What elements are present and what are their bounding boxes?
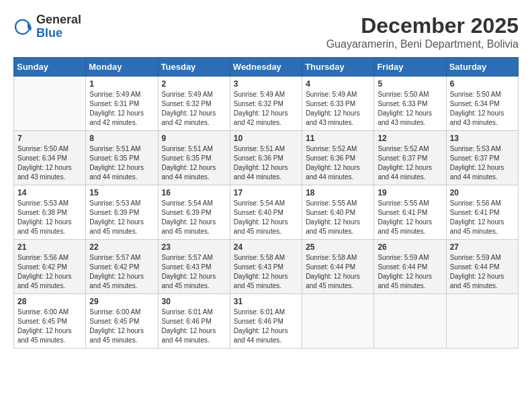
cell-info: Sunrise: 5:52 AMSunset: 6:37 PMDaylight:… [378,144,442,182]
cell-info: Sunrise: 5:49 AMSunset: 6:32 PMDaylight:… [234,90,298,128]
day-number: 10 [234,134,298,143]
cell-info: Sunrise: 5:57 AMSunset: 6:43 PMDaylight:… [162,253,226,291]
day-number: 13 [450,134,515,143]
calendar-cell: 29Sunrise: 6:00 AMSunset: 6:45 PMDayligh… [86,294,158,349]
calendar-cell: 30Sunrise: 6:01 AMSunset: 6:46 PMDayligh… [158,294,230,349]
calendar-body: 1Sunrise: 5:49 AMSunset: 6:31 PMDaylight… [14,77,519,349]
calendar-cell: 11Sunrise: 5:52 AMSunset: 6:36 PMDayligh… [302,131,374,185]
day-number: 20 [450,188,515,197]
calendar-header-row: SundayMondayTuesdayWednesdayThursdayFrid… [14,58,519,77]
day-number: 23 [162,242,226,252]
day-number: 25 [306,242,370,252]
calendar-cell: 10Sunrise: 5:51 AMSunset: 6:36 PMDayligh… [230,131,302,185]
cell-info: Sunrise: 5:56 AMSunset: 6:41 PMDaylight:… [450,199,515,236]
calendar-cell: 7Sunrise: 5:50 AMSunset: 6:34 PMDaylight… [14,131,86,185]
cell-info: Sunrise: 5:53 AMSunset: 6:37 PMDaylight:… [450,144,515,182]
day-number: 29 [89,297,154,306]
col-header-friday: Friday [374,58,446,77]
logo-general-text: General [36,13,81,27]
calendar-cell: 18Sunrise: 5:55 AMSunset: 6:40 PMDayligh… [302,185,374,240]
col-header-sunday: Sunday [14,58,86,77]
cell-info: Sunrise: 5:49 AMSunset: 6:33 PMDaylight:… [306,90,370,128]
cell-info: Sunrise: 5:53 AMSunset: 6:39 PMDaylight:… [89,199,154,236]
calendar-cell [14,77,86,131]
cell-info: Sunrise: 5:55 AMSunset: 6:40 PMDaylight:… [306,199,370,236]
cell-info: Sunrise: 5:54 AMSunset: 6:39 PMDaylight:… [162,199,226,236]
cell-info: Sunrise: 6:01 AMSunset: 6:46 PMDaylight:… [234,308,298,345]
calendar-week-row: 7Sunrise: 5:50 AMSunset: 6:34 PMDaylight… [14,131,519,185]
calendar-week-row: 28Sunrise: 6:00 AMSunset: 6:45 PMDayligh… [14,294,519,349]
cell-info: Sunrise: 5:51 AMSunset: 6:35 PMDaylight:… [162,144,226,182]
calendar-cell: 16Sunrise: 5:54 AMSunset: 6:39 PMDayligh… [158,185,230,240]
calendar-cell: 5Sunrise: 5:50 AMSunset: 6:33 PMDaylight… [374,77,446,131]
day-number: 26 [378,242,442,252]
cell-info: Sunrise: 5:53 AMSunset: 6:38 PMDaylight:… [17,199,82,236]
calendar-table: SundayMondayTuesdayWednesdayThursdayFrid… [13,57,519,349]
calendar-cell: 12Sunrise: 5:52 AMSunset: 6:37 PMDayligh… [374,131,446,185]
cell-info: Sunrise: 5:49 AMSunset: 6:32 PMDaylight:… [162,90,226,128]
col-header-thursday: Thursday [302,58,374,77]
col-header-saturday: Saturday [446,58,518,77]
calendar-cell: 17Sunrise: 5:54 AMSunset: 6:40 PMDayligh… [230,185,302,240]
calendar-cell: 19Sunrise: 5:55 AMSunset: 6:41 PMDayligh… [374,185,446,240]
cell-info: Sunrise: 5:59 AMSunset: 6:44 PMDaylight:… [450,253,515,291]
cell-info: Sunrise: 6:00 AMSunset: 6:45 PMDaylight:… [89,308,154,345]
logo: General Blue [13,13,81,40]
day-number: 6 [450,79,515,89]
svg-point-0 [15,19,30,34]
day-number: 7 [17,134,82,143]
calendar-cell: 22Sunrise: 5:57 AMSunset: 6:42 PMDayligh… [86,240,158,294]
calendar-cell: 23Sunrise: 5:57 AMSunset: 6:43 PMDayligh… [158,240,230,294]
calendar-cell: 6Sunrise: 5:50 AMSunset: 6:34 PMDaylight… [446,77,518,131]
cell-info: Sunrise: 5:50 AMSunset: 6:33 PMDaylight:… [378,90,442,128]
day-number: 8 [89,134,154,143]
cell-info: Sunrise: 6:00 AMSunset: 6:45 PMDaylight:… [17,308,82,345]
day-number: 15 [89,188,154,197]
header: General Blue December 2025 Guayaramerin,… [13,13,519,50]
cell-info: Sunrise: 5:50 AMSunset: 6:34 PMDaylight:… [450,90,515,128]
calendar-cell: 20Sunrise: 5:56 AMSunset: 6:41 PMDayligh… [446,185,518,240]
calendar-week-row: 1Sunrise: 5:49 AMSunset: 6:31 PMDaylight… [14,77,519,131]
calendar-cell [374,294,446,349]
calendar-week-row: 14Sunrise: 5:53 AMSunset: 6:38 PMDayligh… [14,185,519,240]
cell-info: Sunrise: 5:54 AMSunset: 6:40 PMDaylight:… [234,199,298,236]
calendar-cell: 2Sunrise: 5:49 AMSunset: 6:32 PMDaylight… [158,77,230,131]
calendar-cell: 24Sunrise: 5:58 AMSunset: 6:43 PMDayligh… [230,240,302,294]
col-header-monday: Monday [86,58,158,77]
calendar-cell: 28Sunrise: 6:00 AMSunset: 6:45 PMDayligh… [14,294,86,349]
day-number: 14 [17,188,82,197]
cell-info: Sunrise: 5:59 AMSunset: 6:44 PMDaylight:… [378,253,442,291]
cell-info: Sunrise: 5:58 AMSunset: 6:44 PMDaylight:… [306,253,370,291]
day-number: 2 [162,79,226,89]
day-number: 21 [17,242,82,252]
day-number: 19 [378,188,442,197]
calendar-cell: 27Sunrise: 5:59 AMSunset: 6:44 PMDayligh… [446,240,518,294]
cell-info: Sunrise: 5:51 AMSunset: 6:36 PMDaylight:… [234,144,298,182]
calendar-cell: 13Sunrise: 5:53 AMSunset: 6:37 PMDayligh… [446,131,518,185]
col-header-tuesday: Tuesday [158,58,230,77]
cell-info: Sunrise: 5:50 AMSunset: 6:34 PMDaylight:… [17,144,82,182]
title-area: December 2025 Guayaramerin, Beni Departm… [326,13,519,50]
cell-info: Sunrise: 5:51 AMSunset: 6:35 PMDaylight:… [89,144,154,182]
calendar-cell: 3Sunrise: 5:49 AMSunset: 6:32 PMDaylight… [230,77,302,131]
day-number: 31 [234,297,298,306]
logo-blue-text: Blue [36,27,81,40]
calendar-cell [302,294,374,349]
cell-info: Sunrise: 5:58 AMSunset: 6:43 PMDaylight:… [234,253,298,291]
day-number: 30 [162,297,226,306]
day-number: 16 [162,188,226,197]
calendar-cell: 1Sunrise: 5:49 AMSunset: 6:31 PMDaylight… [86,77,158,131]
calendar-week-row: 21Sunrise: 5:56 AMSunset: 6:42 PMDayligh… [14,240,519,294]
calendar-cell: 26Sunrise: 5:59 AMSunset: 6:44 PMDayligh… [374,240,446,294]
calendar-cell: 25Sunrise: 5:58 AMSunset: 6:44 PMDayligh… [302,240,374,294]
day-number: 12 [378,134,442,143]
calendar-cell: 15Sunrise: 5:53 AMSunset: 6:39 PMDayligh… [86,185,158,240]
day-number: 9 [162,134,226,143]
day-number: 5 [378,79,442,89]
calendar-cell: 8Sunrise: 5:51 AMSunset: 6:35 PMDaylight… [86,131,158,185]
cell-info: Sunrise: 5:55 AMSunset: 6:41 PMDaylight:… [378,199,442,236]
logo-icon [13,17,34,37]
cell-info: Sunrise: 5:52 AMSunset: 6:36 PMDaylight:… [306,144,370,182]
cell-info: Sunrise: 5:49 AMSunset: 6:31 PMDaylight:… [89,90,154,128]
day-number: 17 [234,188,298,197]
